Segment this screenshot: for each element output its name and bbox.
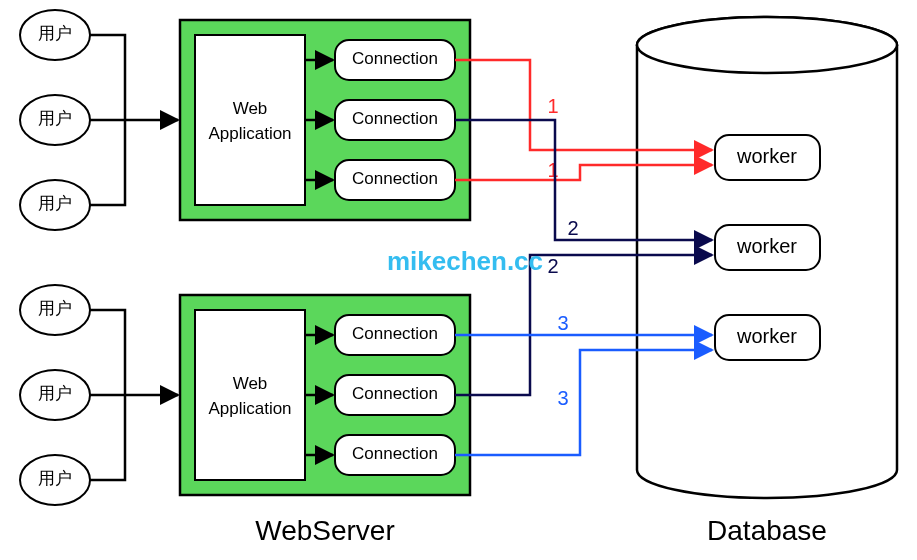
svg-text:Connection: Connection bbox=[352, 324, 438, 343]
database-caption: Database bbox=[707, 515, 827, 546]
connection-box: Connection bbox=[335, 100, 455, 140]
database-cylinder: worker worker worker bbox=[637, 17, 897, 498]
user-label: 用户 bbox=[38, 469, 72, 488]
user-node: 用户 bbox=[20, 180, 90, 230]
webserver-box: Web Application Connection Connection Co… bbox=[180, 295, 470, 495]
watermark-text: mikechen.cc bbox=[387, 246, 543, 276]
svg-text:Connection: Connection bbox=[352, 49, 438, 68]
user-label: 用户 bbox=[38, 194, 72, 213]
architecture-diagram: 用户 用户 用户 用户 用户 用户 Web Application Connec… bbox=[0, 0, 917, 560]
edge-label: 1 bbox=[547, 95, 558, 117]
web-application-box bbox=[195, 310, 305, 480]
edge-label: 2 bbox=[547, 255, 558, 277]
webserver-caption: WebServer bbox=[255, 515, 395, 546]
connection-box: Connection bbox=[335, 435, 455, 475]
connection-box: Connection bbox=[335, 375, 455, 415]
svg-point-21 bbox=[637, 17, 897, 73]
svg-text:Connection: Connection bbox=[352, 384, 438, 403]
connection-box: Connection bbox=[335, 160, 455, 200]
user-node: 用户 bbox=[20, 95, 90, 145]
user-label: 用户 bbox=[38, 299, 72, 318]
webserver-box: Web Application Connection Connection Co… bbox=[180, 20, 470, 220]
users-to-server-arrow bbox=[90, 310, 178, 480]
svg-text:Connection: Connection bbox=[352, 444, 438, 463]
svg-text:Connection: Connection bbox=[352, 169, 438, 188]
user-node: 用户 bbox=[20, 455, 90, 505]
user-node: 用户 bbox=[20, 370, 90, 420]
user-label: 用户 bbox=[38, 109, 72, 128]
svg-text:worker: worker bbox=[736, 235, 797, 257]
user-node: 用户 bbox=[20, 10, 90, 60]
user-label: 用户 bbox=[38, 384, 72, 403]
worker-box: worker bbox=[715, 135, 820, 180]
web-application-box bbox=[195, 35, 305, 205]
web-app-label: Application bbox=[208, 124, 291, 143]
svg-text:worker: worker bbox=[736, 145, 797, 167]
edge-label: 1 bbox=[547, 159, 558, 181]
svg-text:Connection: Connection bbox=[352, 109, 438, 128]
edge-label: 3 bbox=[557, 387, 568, 409]
connection-box: Connection bbox=[335, 40, 455, 80]
web-app-label: Web bbox=[233, 99, 268, 118]
user-node: 用户 bbox=[20, 285, 90, 335]
edge-label: 2 bbox=[567, 217, 578, 239]
web-app-label: Web bbox=[233, 374, 268, 393]
user-label: 用户 bbox=[38, 24, 72, 43]
web-app-label: Application bbox=[208, 399, 291, 418]
users-to-server-arrow bbox=[90, 35, 178, 205]
worker-box: worker bbox=[715, 225, 820, 270]
svg-text:worker: worker bbox=[736, 325, 797, 347]
edge-label: 3 bbox=[557, 312, 568, 334]
worker-box: worker bbox=[715, 315, 820, 360]
connection-box: Connection bbox=[335, 315, 455, 355]
